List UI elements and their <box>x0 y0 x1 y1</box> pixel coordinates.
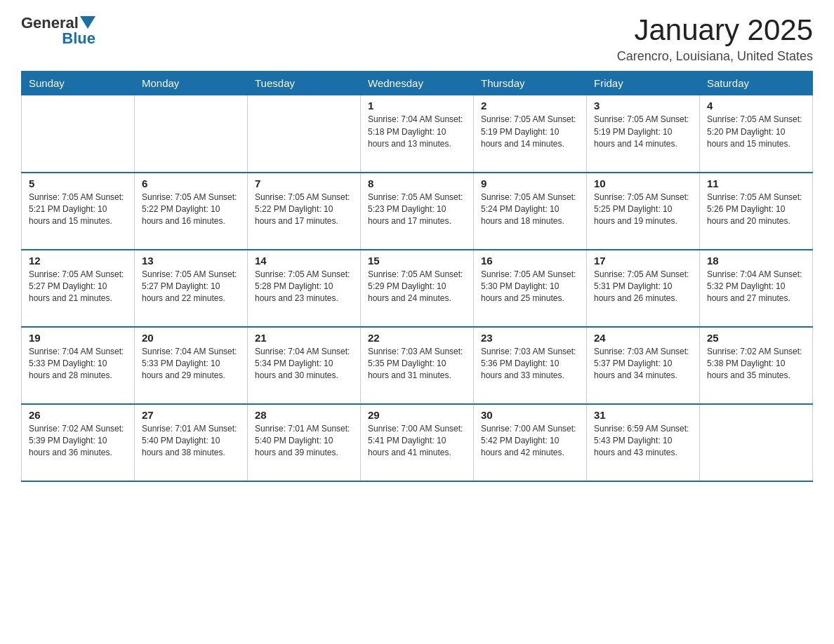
logo-blue-text: Blue <box>62 29 95 48</box>
day-info: Sunrise: 7:04 AM Sunset: 5:33 PM Dayligh… <box>29 346 127 382</box>
table-row: 29Sunrise: 7:00 AM Sunset: 5:41 PM Dayli… <box>361 404 474 481</box>
day-info: Sunrise: 7:05 AM Sunset: 5:29 PM Dayligh… <box>368 269 466 305</box>
day-info: Sunrise: 7:05 AM Sunset: 5:22 PM Dayligh… <box>142 192 240 228</box>
calendar-subtitle: Carencro, Louisiana, United States <box>617 49 813 64</box>
day-number: 11 <box>707 177 805 189</box>
day-number: 12 <box>29 255 127 267</box>
table-row: 23Sunrise: 7:03 AM Sunset: 5:36 PM Dayli… <box>474 327 587 404</box>
day-info: Sunrise: 7:04 AM Sunset: 5:32 PM Dayligh… <box>707 269 805 305</box>
logo: General Blue <box>21 14 95 48</box>
day-info: Sunrise: 7:05 AM Sunset: 5:27 PM Dayligh… <box>29 269 127 305</box>
day-number: 7 <box>255 177 353 189</box>
day-info: Sunrise: 7:04 AM Sunset: 5:18 PM Dayligh… <box>368 114 466 150</box>
day-info: Sunrise: 7:05 AM Sunset: 5:30 PM Dayligh… <box>481 269 579 305</box>
day-number: 27 <box>142 409 240 421</box>
day-number: 6 <box>142 177 240 189</box>
day-info: Sunrise: 7:05 AM Sunset: 5:26 PM Dayligh… <box>707 192 805 228</box>
col-sunday: Sunday <box>22 72 135 95</box>
table-row: 26Sunrise: 7:02 AM Sunset: 5:39 PM Dayli… <box>22 404 135 481</box>
table-row: 28Sunrise: 7:01 AM Sunset: 5:40 PM Dayli… <box>248 404 361 481</box>
day-info: Sunrise: 7:00 AM Sunset: 5:41 PM Dayligh… <box>368 423 466 459</box>
day-info: Sunrise: 7:05 AM Sunset: 5:25 PM Dayligh… <box>594 192 692 228</box>
day-number: 1 <box>368 100 466 112</box>
day-info: Sunrise: 7:02 AM Sunset: 5:39 PM Dayligh… <box>29 423 127 459</box>
svg-marker-0 <box>80 16 95 29</box>
day-info: Sunrise: 7:05 AM Sunset: 5:27 PM Dayligh… <box>142 269 240 305</box>
day-info: Sunrise: 7:05 AM Sunset: 5:28 PM Dayligh… <box>255 269 353 305</box>
day-info: Sunrise: 7:05 AM Sunset: 5:24 PM Dayligh… <box>481 192 579 228</box>
table-row <box>22 95 135 173</box>
table-row: 19Sunrise: 7:04 AM Sunset: 5:33 PM Dayli… <box>22 327 135 404</box>
table-row: 21Sunrise: 7:04 AM Sunset: 5:34 PM Dayli… <box>248 327 361 404</box>
calendar-title: January 2025 <box>617 14 813 46</box>
table-row: 31Sunrise: 6:59 AM Sunset: 5:43 PM Dayli… <box>587 404 700 481</box>
table-row: 11Sunrise: 7:05 AM Sunset: 5:26 PM Dayli… <box>700 173 813 250</box>
day-number: 24 <box>594 332 692 344</box>
day-info: Sunrise: 7:05 AM Sunset: 5:21 PM Dayligh… <box>29 192 127 228</box>
day-number: 17 <box>594 255 692 267</box>
day-number: 13 <box>142 255 240 267</box>
week-row-1: 1Sunrise: 7:04 AM Sunset: 5:18 PM Daylig… <box>22 95 813 173</box>
table-row <box>135 95 248 173</box>
day-number: 15 <box>368 255 466 267</box>
table-row: 12Sunrise: 7:05 AM Sunset: 5:27 PM Dayli… <box>22 250 135 327</box>
day-number: 26 <box>29 409 127 421</box>
day-number: 31 <box>594 409 692 421</box>
day-number: 3 <box>594 100 692 112</box>
calendar-table: Sunday Monday Tuesday Wednesday Thursday… <box>21 71 813 482</box>
table-row: 18Sunrise: 7:04 AM Sunset: 5:32 PM Dayli… <box>700 250 813 327</box>
day-number: 18 <box>707 255 805 267</box>
day-number: 22 <box>368 332 466 344</box>
day-info: Sunrise: 7:05 AM Sunset: 5:20 PM Dayligh… <box>707 114 805 150</box>
col-wednesday: Wednesday <box>361 72 474 95</box>
week-row-4: 19Sunrise: 7:04 AM Sunset: 5:33 PM Dayli… <box>22 327 813 404</box>
day-info: Sunrise: 7:05 AM Sunset: 5:22 PM Dayligh… <box>255 192 353 228</box>
table-row: 2Sunrise: 7:05 AM Sunset: 5:19 PM Daylig… <box>474 95 587 173</box>
table-row: 20Sunrise: 7:04 AM Sunset: 5:33 PM Dayli… <box>135 327 248 404</box>
day-number: 20 <box>142 332 240 344</box>
col-thursday: Thursday <box>474 72 587 95</box>
day-info: Sunrise: 7:03 AM Sunset: 5:35 PM Dayligh… <box>368 346 466 382</box>
day-number: 21 <box>255 332 353 344</box>
day-info: Sunrise: 7:01 AM Sunset: 5:40 PM Dayligh… <box>255 423 353 459</box>
day-info: Sunrise: 7:03 AM Sunset: 5:36 PM Dayligh… <box>481 346 579 382</box>
day-number: 9 <box>481 177 579 189</box>
table-row: 8Sunrise: 7:05 AM Sunset: 5:23 PM Daylig… <box>361 173 474 250</box>
day-info: Sunrise: 7:05 AM Sunset: 5:31 PM Dayligh… <box>594 269 692 305</box>
day-number: 5 <box>29 177 127 189</box>
table-row: 14Sunrise: 7:05 AM Sunset: 5:28 PM Dayli… <box>248 250 361 327</box>
day-number: 19 <box>29 332 127 344</box>
day-number: 16 <box>481 255 579 267</box>
header-row: Sunday Monday Tuesday Wednesday Thursday… <box>22 72 813 95</box>
table-row <box>700 404 813 481</box>
table-row: 25Sunrise: 7:02 AM Sunset: 5:38 PM Dayli… <box>700 327 813 404</box>
table-row <box>248 95 361 173</box>
day-info: Sunrise: 7:04 AM Sunset: 5:34 PM Dayligh… <box>255 346 353 382</box>
table-row: 13Sunrise: 7:05 AM Sunset: 5:27 PM Dayli… <box>135 250 248 327</box>
col-saturday: Saturday <box>700 72 813 95</box>
page-header: General Blue January 2025 Carencro, Loui… <box>21 14 813 64</box>
table-row: 16Sunrise: 7:05 AM Sunset: 5:30 PM Dayli… <box>474 250 587 327</box>
day-info: Sunrise: 6:59 AM Sunset: 5:43 PM Dayligh… <box>594 423 692 459</box>
table-row: 9Sunrise: 7:05 AM Sunset: 5:24 PM Daylig… <box>474 173 587 250</box>
day-number: 29 <box>368 409 466 421</box>
col-friday: Friday <box>587 72 700 95</box>
table-row: 17Sunrise: 7:05 AM Sunset: 5:31 PM Dayli… <box>587 250 700 327</box>
day-number: 10 <box>594 177 692 189</box>
week-row-3: 12Sunrise: 7:05 AM Sunset: 5:27 PM Dayli… <box>22 250 813 327</box>
day-info: Sunrise: 7:01 AM Sunset: 5:40 PM Dayligh… <box>142 423 240 459</box>
day-number: 23 <box>481 332 579 344</box>
table-row: 6Sunrise: 7:05 AM Sunset: 5:22 PM Daylig… <box>135 173 248 250</box>
day-info: Sunrise: 7:02 AM Sunset: 5:38 PM Dayligh… <box>707 346 805 382</box>
day-number: 28 <box>255 409 353 421</box>
table-row: 22Sunrise: 7:03 AM Sunset: 5:35 PM Dayli… <box>361 327 474 404</box>
day-number: 30 <box>481 409 579 421</box>
day-number: 25 <box>707 332 805 344</box>
week-row-5: 26Sunrise: 7:02 AM Sunset: 5:39 PM Dayli… <box>22 404 813 481</box>
table-row: 15Sunrise: 7:05 AM Sunset: 5:29 PM Dayli… <box>361 250 474 327</box>
title-area: January 2025 Carencro, Louisiana, United… <box>617 14 813 64</box>
day-info: Sunrise: 7:05 AM Sunset: 5:19 PM Dayligh… <box>594 114 692 150</box>
table-row: 1Sunrise: 7:04 AM Sunset: 5:18 PM Daylig… <box>361 95 474 173</box>
col-tuesday: Tuesday <box>248 72 361 95</box>
day-info: Sunrise: 7:03 AM Sunset: 5:37 PM Dayligh… <box>594 346 692 382</box>
